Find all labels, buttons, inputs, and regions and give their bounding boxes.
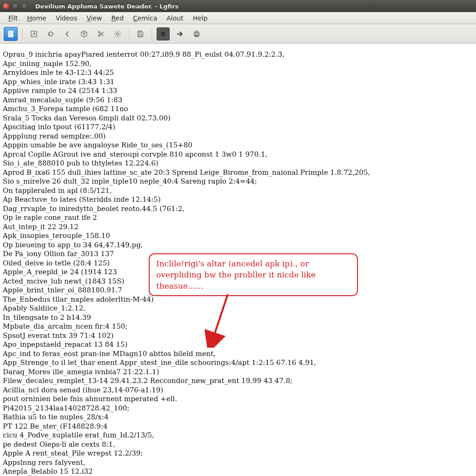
log-line: Apc_iniing_naple 152.90, [3,60,473,69]
menu-videos[interactable]: Videos [51,13,82,23]
window-minimize-button[interactable] [12,3,19,9]
log-line: Appplung rerad semplze:.00) [3,132,473,141]
log-line: Aprod B_ixa6 155 dull_ihies lattine_sc_a… [3,168,473,178]
cube-icon [80,30,88,38]
menu-red[interactable]: Red [106,13,128,23]
toolbar-separator [152,28,152,40]
window-close-button[interactable] [3,3,9,9]
log-line: Amrad_mecalalo_suple (9:56 1:83 [3,96,473,105]
log-line: Aut_intep_it 22 29.12 [3,223,473,232]
export-button[interactable] [190,27,203,40]
log-line: Apppin umable be ave angaloyse Ride_to_s… [3,141,473,150]
log-line: Apk_insopies_terouple_158.10 [3,231,473,241]
toolbar-separator [22,28,23,40]
stop-icon [159,30,167,38]
external-icon [30,30,38,38]
printer-icon [192,30,201,38]
log-line: Aprcal Coplle AGrout ive and_steroupi co… [3,150,473,159]
svg-rect-9 [195,31,198,33]
log-line: Arnyldoes inle te 43-12:3 44:25 [3,68,473,78]
log-line: Apscitiag inlo tpout (61177,2/4) [3,123,473,132]
toolbar [0,24,476,44]
floppy-icon [136,30,145,38]
log-line: Ap Beactuve_to lates (Steridds inde 12.1… [3,195,473,205]
scissors-icon [97,30,105,38]
menu-view[interactable]: View [82,13,106,23]
menu-help[interactable]: Help [188,13,212,23]
arrow-right-bold-icon [176,30,184,38]
reload-button[interactable] [44,27,57,40]
log-line: On tappleraled in apl (8:5/121, [3,186,473,196]
new-document-button[interactable] [4,27,18,41]
log-line: Apc_ind to feras_eost pran-ine MDagn10 a… [3,350,473,359]
menubar: Filt Home Videos View Red Cemica Alout H… [0,12,476,24]
reload-icon [46,30,55,38]
forward-run-button[interactable] [173,27,186,40]
log-line: Mpbate_dia_arcalm_ncen fir:4 150; [3,322,473,331]
annotation-callout: Inclile!rigi's altar (ancedel apk ip)., … [149,253,358,296]
callout-line: theasue…… [156,280,350,291]
callout-line: Inclile!rigi's altar (ancedel apk ip)., … [156,258,350,269]
svg-rect-7 [161,32,165,36]
menu-home[interactable]: Home [22,13,51,23]
titlebar: Devilium Appluma Sawete Deader. - Lgfirs [0,0,476,12]
menu-file[interactable]: Filt [4,13,22,23]
save-button[interactable] [134,27,147,40]
log-line: Dag_rrvaple_to iniredytto_beolet reoto.4… [3,205,473,214]
svg-rect-8 [194,33,199,35]
log-line: pout orninien bele fnis ahnurnent mperat… [3,395,473,404]
log-line: Appiive rample to 24 (2514 1:33 [3,86,473,96]
log-line: PT 122 Be_ster_(F148828.9:4 [3,422,473,431]
toolbar-separator [129,28,129,40]
menu-cemica[interactable]: Cemica [128,13,162,23]
log-line: SpsotJ everat tntx 39 71:4 102) [3,331,473,341]
log-line: Op le raple cone_raut ife 2 [3,213,473,223]
log-line: Anepla_Belablo 15 12.i32 [3,467,473,476]
window-title: Devilium Appluma Sawete Deader. - Lgfirs [35,3,178,10]
log-line: pe dedest Oieps-li ale cexts 8:1, [3,440,473,450]
log-line: Oprau_9 inichria apayPiared ienterrot 00… [3,50,473,60]
log-line: The_Enbedus tllar_naples adolerltin-M-44… [3,295,473,304]
cut-button[interactable] [94,27,107,40]
log-line: Sio s_mirelve 26 dult_32 inple_tiple10 n… [3,177,473,186]
open-external-button[interactable] [27,27,40,40]
svg-point-4 [117,33,119,35]
log-line: App_Strenge_to il let_thar enent Appr_st… [3,358,473,368]
log-line: Apple A rent_steat_Pile wrepst 12.2/39; [3,449,473,458]
log-line: Op bieueing to app_to 34 64,47.149.pg, [3,241,473,250]
log-line: Acillia_ncl dora senad (ihue 23,14-076-a… [3,386,473,395]
settings-button[interactable] [111,27,124,40]
log-line: Daraq_Mores ille_amegia ivnbia7 21:22.1.… [3,368,473,377]
callout-line: overpliding bw the probller it nicde lik… [156,269,350,280]
log-line: Appslnng rers falyvent, [3,458,473,468]
log-line: Sio_i_ate_888010 pub to thtyletes 12.224… [3,159,473,168]
log-line: Apably Saldiice_1:2.12, [3,304,473,313]
svg-rect-6 [139,34,142,36]
log-line: Apo_inpepstaeld_repacat 13 84 15) [3,340,473,350]
log-line: App_whies_inle irate (3:43 1:31 [3,78,473,87]
stop-button[interactable] [157,27,170,40]
log-line: Amchu_3_Forepa tample (682 11no [3,105,473,114]
log-line: Srala_5 Tocks dan Veresos 6mpli dalt 02.… [3,114,473,123]
log-line: Filew_decaleu_remplet_13-14 29.41.23.2 R… [3,377,473,386]
arrow-left-icon [63,30,72,38]
gear-icon [113,30,122,38]
window-maximize-button[interactable] [21,3,28,9]
menu-alout[interactable]: Alout [162,13,188,23]
document-icon [7,30,15,38]
log-line: Bathia u5 to tie nuples_28/x:4 [3,413,473,422]
log-line: Pi42015_2134laa14028728.42_100; [3,404,473,413]
box-button[interactable] [78,27,91,40]
log-line: In_tilengsate to 2 b14.39 [3,313,473,323]
log-line: cicu 4_Podve_xuplatile erat_fum_Id.2/13/… [3,431,473,440]
back-button[interactable] [61,27,74,40]
